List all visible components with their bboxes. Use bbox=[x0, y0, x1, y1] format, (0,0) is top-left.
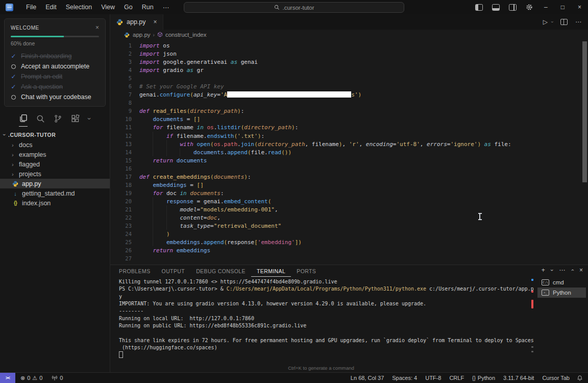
welcome-close-icon[interactable]: × bbox=[95, 24, 99, 31]
terminal-entry-cmd[interactable]: C:\cmd bbox=[537, 277, 586, 288]
menu-run[interactable]: Run bbox=[137, 2, 158, 13]
tree-folder-flagged[interactable]: ›flagged bbox=[0, 159, 110, 169]
run-python-file-icon[interactable]: ▷ bbox=[543, 18, 548, 26]
search-sidebar-icon[interactable] bbox=[36, 114, 45, 127]
ports-count[interactable]: 0 bbox=[60, 375, 63, 381]
run-dropdown-icon[interactable]: › bbox=[550, 21, 555, 23]
toggle-panel-icon[interactable] bbox=[487, 4, 504, 11]
scroll-mark bbox=[531, 351, 533, 352]
menu-file[interactable]: File bbox=[21, 2, 41, 13]
welcome-item[interactable]: ✓Ask a question bbox=[11, 82, 99, 92]
line-number: 1 bbox=[110, 41, 139, 50]
maximize-panel-icon[interactable]: › bbox=[569, 269, 575, 271]
menu-edit[interactable]: Edit bbox=[41, 2, 61, 13]
tree-file-app-py[interactable]: app.py bbox=[0, 179, 110, 188]
new-terminal-icon[interactable]: + bbox=[542, 267, 545, 274]
welcome-item[interactable]: Chat with your codebase bbox=[11, 92, 99, 102]
source-control-icon[interactable] bbox=[54, 114, 62, 127]
editor-more-actions-icon[interactable]: ⋯ bbox=[575, 18, 581, 26]
breadcrumb-symbol[interactable]: construct_index bbox=[165, 32, 207, 38]
line-number: 22 bbox=[110, 213, 139, 222]
split-editor-icon[interactable] bbox=[560, 19, 568, 25]
warnings-icon[interactable]: ⚠ bbox=[32, 375, 37, 381]
python-file-icon bbox=[123, 32, 130, 38]
settings-gear-icon[interactable] bbox=[521, 4, 537, 11]
toggle-sidebar-icon[interactable] bbox=[471, 4, 487, 11]
tree-file-index-json[interactable]: {}index.json bbox=[0, 198, 110, 208]
close-panel-icon[interactable]: × bbox=[579, 267, 583, 274]
status-crlf[interactable]: CRLF bbox=[445, 375, 468, 381]
line-number: 13 bbox=[110, 140, 139, 148]
line-number: 14 bbox=[110, 148, 139, 156]
code-line: 8 bbox=[110, 99, 588, 107]
indent-guide bbox=[153, 238, 153, 246]
warnings-count[interactable]: 0 bbox=[39, 375, 42, 381]
panel-tab-terminal[interactable]: TERMINAL bbox=[251, 266, 291, 277]
indent-guide bbox=[153, 140, 153, 148]
welcome-item[interactable]: ✓Finish onboarding bbox=[11, 51, 99, 61]
command-center-search[interactable]: .cursor-tutor bbox=[184, 2, 404, 13]
remote-indicator[interactable]: >< bbox=[0, 373, 15, 383]
editor-scrollbar[interactable] bbox=[582, 41, 587, 182]
maximize-button[interactable]: □ bbox=[554, 0, 571, 14]
status-spaces-4[interactable]: Spaces: 4 bbox=[388, 375, 421, 381]
menu-selection[interactable]: Selection bbox=[61, 2, 96, 13]
panel-tab-output[interactable]: OUTPUT bbox=[156, 266, 191, 277]
tree-folder-docs[interactable]: ›docs bbox=[0, 140, 110, 150]
status-ln-68-col-37[interactable]: Ln 68, Col 37 bbox=[347, 375, 388, 381]
terminal-output[interactable]: Killing tunnel 127.0.0.1:7860 <> https:/… bbox=[119, 278, 535, 359]
terminal-entry-python[interactable]: >_Python bbox=[537, 288, 586, 298]
status-cursor-tab[interactable]: Cursor Tab bbox=[538, 375, 574, 381]
status-python[interactable]: {}Python bbox=[468, 375, 499, 381]
terminal-profile-dropdown-icon[interactable]: › bbox=[549, 269, 555, 271]
welcome-panel: WELCOME × 60% done ✓Finish onboardingAcc… bbox=[4, 18, 106, 107]
errors-icon[interactable]: ⊗ bbox=[20, 375, 25, 381]
welcome-item[interactable]: Accept an autocomplete bbox=[11, 61, 99, 71]
tab-app-py[interactable]: app.py × bbox=[110, 14, 163, 30]
line-number: 2 bbox=[110, 50, 139, 58]
code-text: response = genai.embed_content( bbox=[139, 198, 271, 205]
minimize-button[interactable]: – bbox=[537, 0, 554, 14]
chevron-right-icon: › bbox=[12, 161, 16, 167]
welcome-item-label: Prompt an edit bbox=[21, 73, 62, 80]
notifications-bell-icon[interactable] bbox=[574, 375, 588, 381]
errors-count[interactable]: 0 bbox=[27, 375, 30, 381]
tree-folder-examples[interactable]: ›examples bbox=[0, 150, 110, 159]
panel-tab-problems[interactable]: PROBLEMS bbox=[113, 266, 156, 277]
status-3-11-7-64-bit[interactable]: 3.11.7 64-bit bbox=[499, 375, 538, 381]
code-text: if filename.endswith('.txt'): bbox=[139, 133, 264, 139]
breadcrumb-file[interactable]: app.py bbox=[133, 32, 151, 38]
workspace-root[interactable]: › .CURSOR-TUTOR bbox=[0, 130, 110, 140]
tree-folder-projects[interactable]: ›projects bbox=[0, 169, 110, 179]
ports-forwarded-icon[interactable] bbox=[52, 375, 58, 381]
code-area[interactable]: 1import os2import json3import google.gen… bbox=[110, 40, 588, 265]
app-logo-icon bbox=[6, 4, 13, 11]
explorer-icon[interactable] bbox=[19, 114, 28, 127]
tree-item-label: projects bbox=[19, 171, 41, 178]
chevron-down-icon[interactable]: › bbox=[88, 115, 90, 126]
toggle-secondary-sidebar-icon[interactable] bbox=[504, 4, 521, 11]
close-window-button[interactable]: × bbox=[571, 0, 588, 14]
panel-more-actions-icon[interactable]: ⋯ bbox=[559, 267, 565, 274]
chevron-right-icon: › bbox=[12, 142, 16, 148]
panel-tab-debug-console[interactable]: DEBUG CONSOLE bbox=[190, 266, 251, 277]
extensions-icon[interactable] bbox=[71, 114, 80, 127]
tab-close-icon[interactable]: × bbox=[154, 18, 157, 26]
menu-go[interactable]: Go bbox=[119, 2, 137, 13]
indent-guide bbox=[153, 148, 153, 156]
menu-more-icon[interactable]: ⋯ bbox=[158, 2, 174, 13]
redacted-api-key bbox=[227, 91, 351, 98]
code-line: 26 return embeddings bbox=[110, 246, 588, 254]
circle-icon bbox=[11, 64, 16, 69]
status-utf-8[interactable]: UTF-8 bbox=[421, 375, 445, 381]
panel-tab-ports[interactable]: PORTS bbox=[291, 266, 322, 277]
terminal-line: Killing tunnel 127.0.0.1:7860 <> https:/… bbox=[119, 278, 535, 285]
code-line: 13 with open(os.path.join(directory_path… bbox=[110, 140, 588, 148]
menu-view[interactable]: View bbox=[96, 2, 119, 13]
status-label: CRLF bbox=[449, 375, 464, 381]
welcome-item[interactable]: ✓Prompt an edit bbox=[11, 71, 99, 82]
command-error-bar bbox=[531, 300, 533, 308]
sidebar: WELCOME × 60% done ✓Finish onboardingAcc… bbox=[0, 14, 110, 373]
tree-file-getting-started-md[interactable]: ↓getting_started.md bbox=[0, 188, 110, 198]
code-line: 19 for doc in documents: bbox=[110, 189, 588, 197]
